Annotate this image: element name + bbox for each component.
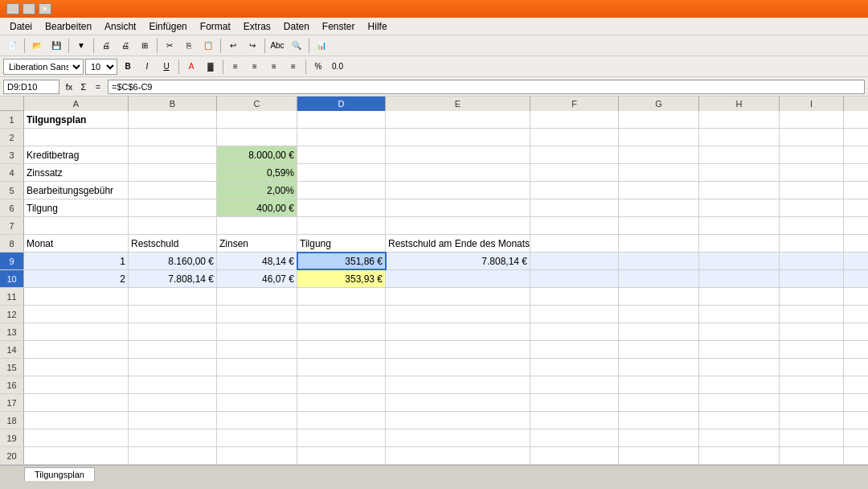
cell-I15[interactable] <box>780 359 844 376</box>
col-header-G[interactable]: G <box>619 97 699 111</box>
cell-G17[interactable] <box>619 394 699 411</box>
close-button[interactable]: × <box>39 3 51 14</box>
cell-H8[interactable] <box>699 235 780 252</box>
spellcheck-button[interactable]: Abc <box>268 38 286 54</box>
cell-A2[interactable] <box>24 129 129 146</box>
cell-F1[interactable] <box>530 111 619 128</box>
menu-item-einfügen[interactable]: Einfügen <box>142 19 193 34</box>
cell-F11[interactable] <box>530 288 619 305</box>
cell-A9[interactable]: 1 <box>24 253 129 269</box>
percent-button[interactable]: % <box>309 59 327 75</box>
cell-A8[interactable]: Monat <box>24 235 129 252</box>
cell-F19[interactable] <box>530 429 619 446</box>
cell-B2[interactable] <box>129 129 217 146</box>
highlight-button[interactable]: ▓ <box>202 59 219 75</box>
print-preview-button[interactable]: 🖨 <box>97 38 115 54</box>
cell-J4[interactable] <box>844 164 868 181</box>
cell-B7[interactable] <box>129 217 217 234</box>
underline-button[interactable]: U <box>158 59 175 75</box>
cell-H1[interactable] <box>699 111 780 128</box>
cell-C11[interactable] <box>217 288 297 305</box>
cell-D12[interactable] <box>297 306 386 323</box>
cell-C16[interactable] <box>217 376 297 393</box>
cell-C15[interactable] <box>217 359 297 376</box>
row-number-8[interactable]: 8 <box>0 235 24 252</box>
cell-E18[interactable] <box>386 412 530 429</box>
cell-C18[interactable] <box>217 412 297 429</box>
cell-D19[interactable] <box>297 429 386 446</box>
cell-H11[interactable] <box>699 288 780 305</box>
cell-D9[interactable]: 351,86 € <box>297 253 386 269</box>
cell-J19[interactable] <box>844 429 868 446</box>
cell-F12[interactable] <box>530 306 619 323</box>
cell-H13[interactable] <box>699 323 780 340</box>
cell-F18[interactable] <box>530 412 619 429</box>
col-header-J[interactable]: J <box>844 97 868 111</box>
menu-item-fenster[interactable]: Fenster <box>316 19 362 34</box>
cell-B20[interactable] <box>129 447 217 464</box>
cell-I5[interactable] <box>780 182 844 199</box>
cell-J14[interactable] <box>844 341 868 358</box>
cell-D10[interactable]: 353,93 € <box>297 270 386 287</box>
cell-G16[interactable] <box>619 376 699 393</box>
cell-F14[interactable] <box>530 341 619 358</box>
filter-button[interactable]: ▼ <box>72 38 90 54</box>
cell-D7[interactable] <box>297 217 386 234</box>
cell-F17[interactable] <box>530 394 619 411</box>
cell-E20[interactable] <box>386 447 530 464</box>
cell-I13[interactable] <box>780 323 844 340</box>
align-justify-button[interactable]: ≡ <box>285 59 302 75</box>
cell-A13[interactable] <box>24 323 129 340</box>
cell-A1[interactable]: Tilgungsplan <box>24 111 129 128</box>
bold-button[interactable]: B <box>119 59 137 75</box>
cell-F9[interactable] <box>530 253 619 269</box>
cell-A6[interactable]: Tilgung <box>24 199 129 216</box>
row-number-6[interactable]: 6 <box>0 199 24 216</box>
menu-item-datei[interactable]: Datei <box>3 19 39 34</box>
cell-E5[interactable] <box>386 182 530 199</box>
cell-J15[interactable] <box>844 359 868 376</box>
row-number-9[interactable]: 9 <box>0 253 24 269</box>
cell-G1[interactable] <box>619 111 699 128</box>
cell-J8[interactable] <box>844 235 868 252</box>
cut-button[interactable]: ✂ <box>161 38 178 54</box>
row-number-19[interactable]: 19 <box>0 429 24 446</box>
row-number-12[interactable]: 12 <box>0 306 24 323</box>
cell-E19[interactable] <box>386 429 530 446</box>
cell-H2[interactable] <box>699 129 780 146</box>
cell-D11[interactable] <box>297 288 386 305</box>
cell-I18[interactable] <box>780 412 844 429</box>
col-header-D[interactable]: D <box>297 97 386 111</box>
cell-I12[interactable] <box>780 306 844 323</box>
cell-G11[interactable] <box>619 288 699 305</box>
row-number-5[interactable]: 5 <box>0 182 24 199</box>
row-number-18[interactable]: 18 <box>0 412 24 429</box>
cell-C9[interactable]: 48,14 € <box>217 253 297 269</box>
cell-E4[interactable] <box>386 164 530 181</box>
row-number-11[interactable]: 11 <box>0 288 24 305</box>
cell-B19[interactable] <box>129 429 217 446</box>
cell-E8[interactable]: Restschuld am Ende des Monats <box>386 235 530 252</box>
cell-G6[interactable] <box>619 199 699 216</box>
cell-C12[interactable] <box>217 306 297 323</box>
cell-G10[interactable] <box>619 270 699 287</box>
save-button[interactable]: 💾 <box>47 38 65 54</box>
col-header-F[interactable]: F <box>530 97 619 111</box>
cell-D2[interactable] <box>297 129 386 146</box>
cell-J3[interactable] <box>844 146 868 163</box>
cell-H4[interactable] <box>699 164 780 181</box>
cell-I16[interactable] <box>780 376 844 393</box>
cell-H10[interactable] <box>699 270 780 287</box>
menu-item-ansicht[interactable]: Ansicht <box>98 19 142 34</box>
row-number-15[interactable]: 15 <box>0 359 24 376</box>
cell-I9[interactable] <box>780 253 844 269</box>
row-number-1[interactable]: 1 <box>0 111 24 128</box>
cell-C5[interactable]: 2,00% <box>217 182 297 199</box>
cell-I11[interactable] <box>780 288 844 305</box>
cell-A5[interactable]: Bearbeitungsgebühr <box>24 182 129 199</box>
cell-A12[interactable] <box>24 306 129 323</box>
menu-item-bearbeiten[interactable]: Bearbeiten <box>39 19 98 34</box>
cell-F13[interactable] <box>530 323 619 340</box>
row-number-13[interactable]: 13 <box>0 323 24 340</box>
find-button[interactable]: 🔍 <box>288 38 305 54</box>
